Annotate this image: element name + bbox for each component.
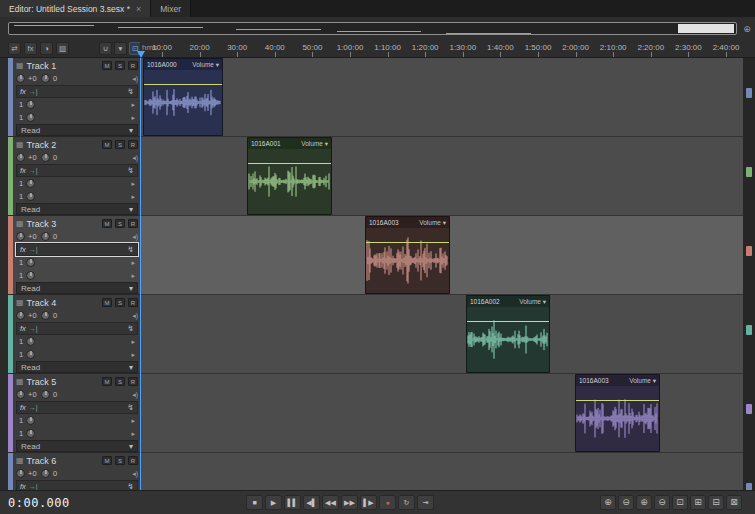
mute-button[interactable]: M	[102, 219, 112, 228]
navigator-view-box[interactable]	[678, 24, 734, 33]
zoom-selection-in-point-button[interactable]: ⊞	[690, 495, 706, 510]
volume-envelope-line[interactable]	[366, 242, 449, 243]
monitor-input-icon[interactable]: ◂)	[132, 75, 138, 83]
chevron-right-icon[interactable]: ▸	[131, 351, 135, 359]
output-selector[interactable]: 1	[19, 192, 23, 201]
fx-insert-icon[interactable]: →|	[29, 88, 38, 95]
clip-envelope-menu[interactable]: Volume ▾	[629, 377, 656, 385]
fx-insert-icon[interactable]: →|	[29, 246, 38, 253]
automation-mode-dropdown[interactable]: Read ▾	[16, 361, 138, 373]
timeline-lanes[interactable]: 1016A000 Volume ▾ 1016A001 Volume ▾ 1016…	[140, 58, 743, 490]
metering-icon[interactable]: ▥	[56, 42, 69, 55]
play-button[interactable]: ▶	[265, 495, 282, 510]
zoom-out-amplitude-button[interactable]: ⊖	[654, 495, 670, 510]
freeze-icon[interactable]: ↯	[127, 166, 134, 175]
track-lane[interactable]	[140, 137, 743, 215]
output-selector[interactable]: 1	[19, 271, 23, 280]
freeze-icon[interactable]: ↯	[127, 403, 134, 412]
fx-rack-icon[interactable]: fx	[24, 42, 37, 55]
volume-knob[interactable]	[16, 232, 25, 241]
zoom-full-button[interactable]: ⊠	[726, 495, 742, 510]
input-selector[interactable]: 1	[19, 416, 23, 425]
pan-knob[interactable]	[41, 74, 50, 83]
solo-button[interactable]: S	[115, 456, 125, 465]
fx-toggle[interactable]: fx	[20, 324, 26, 333]
input-selector[interactable]: 1	[19, 100, 23, 109]
chevron-right-icon[interactable]: ▸	[131, 114, 135, 122]
navigator-menu-icon[interactable]: ⊕	[741, 23, 753, 35]
input-knob[interactable]	[26, 416, 35, 425]
fast-forward-button[interactable]: ▶▶	[341, 495, 358, 510]
track-header[interactable]: ▦ Track 5 M S R +0 0 ◂) fx →| ↯ 1 ▸	[8, 374, 140, 452]
chevron-right-icon[interactable]: ▸	[131, 259, 135, 267]
audio-clip[interactable]: 1016A002 Volume ▾	[466, 295, 550, 373]
clip-envelope-menu[interactable]: Volume ▾	[301, 140, 328, 148]
navigator-strip[interactable]	[8, 22, 737, 35]
automation-mode-dropdown[interactable]: Read ▾	[16, 203, 138, 215]
clip-header[interactable]: 1016A003 Volume ▾	[366, 217, 449, 228]
input-knob[interactable]	[26, 179, 35, 188]
track-name[interactable]: Track 1	[27, 61, 99, 71]
mute-button[interactable]: M	[102, 140, 112, 149]
input-selector[interactable]: 1	[19, 337, 23, 346]
record-arm-button[interactable]: R	[128, 298, 138, 307]
rewind-button[interactable]: ◀◀	[322, 495, 339, 510]
track-header[interactable]: ▦ Track 4 M S R +0 0 ◂) fx →| ↯ 1 ▸	[8, 295, 140, 373]
track-header[interactable]: ▦ Track 2 M S R +0 0 ◂) fx →| ↯ 1 ▸	[8, 137, 140, 215]
snap-toggle-icon[interactable]: ∪	[99, 42, 112, 55]
pause-button[interactable]: ▌▌	[284, 495, 301, 510]
volume-knob[interactable]	[16, 74, 25, 83]
timeline-ruler[interactable]: hms 10:0020:0030:0040:0050:001:00:001:10…	[140, 40, 743, 58]
input-selector[interactable]: 1	[19, 258, 23, 267]
freeze-icon[interactable]: ↯	[127, 482, 134, 490]
solo-button[interactable]: S	[115, 140, 125, 149]
volume-envelope-line[interactable]	[576, 400, 659, 401]
volume-knob[interactable]	[16, 390, 25, 399]
record-arm-button[interactable]: R	[128, 377, 138, 386]
clip-header[interactable]: 1016A002 Volume ▾	[467, 296, 549, 307]
monitor-input-icon[interactable]: ◂)	[132, 233, 138, 241]
audio-clip[interactable]: 1016A000 Volume ▾	[143, 58, 223, 136]
output-knob[interactable]	[26, 350, 35, 359]
pan-knob[interactable]	[41, 311, 50, 320]
clip-envelope-menu[interactable]: Volume ▾	[519, 298, 546, 306]
freeze-icon[interactable]: ↯	[127, 87, 134, 96]
pan-knob[interactable]	[41, 469, 50, 478]
track-name[interactable]: Track 6	[27, 456, 99, 466]
mute-button[interactable]: M	[102, 377, 112, 386]
fx-toggle[interactable]: fx	[20, 245, 26, 254]
solo-button[interactable]: S	[115, 219, 125, 228]
chevron-right-icon[interactable]: ▸	[131, 430, 135, 438]
playhead-marker[interactable]	[137, 51, 145, 58]
monitor-input-icon[interactable]: ◂)	[132, 470, 138, 478]
track-header[interactable]: ▦ Track 1 M S R +0 0 ◂) fx →| ↯ 1 ▸	[8, 58, 140, 136]
monitor-input-icon[interactable]: ◂)	[132, 312, 138, 320]
zoom-out-time-button[interactable]: ⊖	[618, 495, 634, 510]
input-knob[interactable]	[26, 100, 35, 109]
record-button[interactable]: ●	[379, 495, 396, 510]
pan-knob[interactable]	[41, 153, 50, 162]
input-selector[interactable]: 1	[19, 179, 23, 188]
zoom-in-time-button[interactable]: ⊕	[600, 495, 616, 510]
solo-button[interactable]: S	[115, 61, 125, 70]
output-knob[interactable]	[26, 271, 35, 280]
zoom-in-amplitude-button[interactable]: ⊕	[636, 495, 652, 510]
record-arm-button[interactable]: R	[128, 140, 138, 149]
input-knob[interactable]	[26, 337, 35, 346]
volume-envelope-line[interactable]	[248, 163, 331, 164]
chevron-right-icon[interactable]: ▸	[131, 338, 135, 346]
record-arm-button[interactable]: R	[128, 456, 138, 465]
skip-selection-button[interactable]: ⇥	[417, 495, 434, 510]
stop-button[interactable]: ■	[246, 495, 263, 510]
automation-mode-dropdown[interactable]: Read ▾	[16, 440, 138, 452]
clip-envelope-menu[interactable]: Volume ▾	[192, 61, 219, 69]
automation-mode-dropdown[interactable]: Read ▾	[16, 124, 138, 136]
move-to-next-button[interactable]: ▌▶	[360, 495, 377, 510]
volume-knob[interactable]	[16, 311, 25, 320]
monitor-input-icon[interactable]: ◂)	[132, 391, 138, 399]
output-selector[interactable]: 1	[19, 429, 23, 438]
clip-header[interactable]: 1016A001 Volume ▾	[248, 138, 331, 149]
chevron-right-icon[interactable]: ▸	[131, 180, 135, 188]
output-selector[interactable]: 1	[19, 350, 23, 359]
snap-options-icon[interactable]: ▾	[114, 42, 127, 55]
